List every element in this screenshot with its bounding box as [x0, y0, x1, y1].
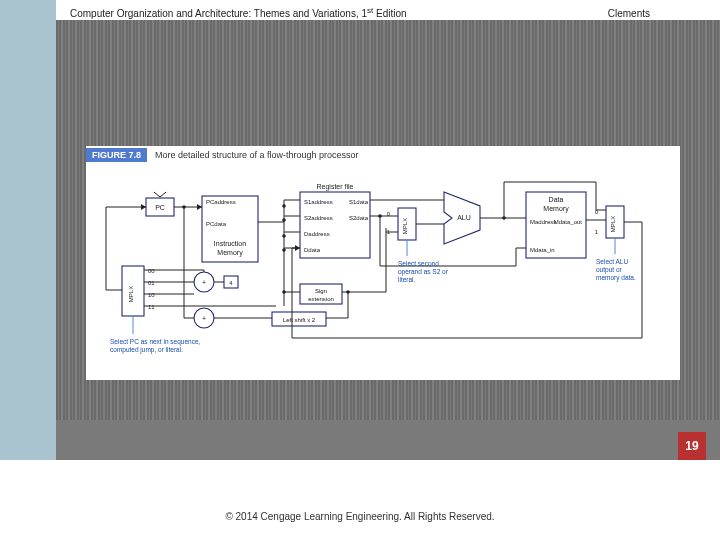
callout-left-2: computed jump, or literal.	[110, 346, 183, 354]
mplx-right-label: MPLX	[610, 216, 616, 232]
instr-mem-label-1: Instruction	[214, 240, 246, 247]
svg-point-5	[346, 290, 350, 294]
slide-number: 19	[685, 439, 698, 453]
dd-port: Ddata	[304, 247, 321, 253]
instr-mem-label-2: Memory	[217, 249, 243, 257]
s1d-port: S1data	[349, 199, 369, 205]
book-title: Computer Organization and Architecture: …	[70, 6, 407, 19]
reg-file-label: Register file	[317, 183, 354, 191]
pc-label: PC	[155, 204, 165, 211]
sign-ext-l1: Sign	[315, 288, 327, 294]
callout-right-1: Select ALU	[596, 258, 628, 265]
mplx-mid-label: MPLX	[402, 218, 408, 234]
pc-data-port: PCdata	[206, 221, 227, 227]
left-accent-band	[0, 0, 56, 540]
callout-mid-3: literal.	[398, 276, 416, 283]
footer-copyright: © 2014 Cengage Learning Engineering. All…	[0, 511, 720, 522]
slide-number-box: 19	[678, 432, 706, 460]
callout-left-1: Select PC as next in sequence,	[110, 338, 201, 346]
maddr-port: Maddress	[530, 219, 556, 225]
shift-label: Left shift x 2	[283, 317, 316, 323]
arrow-1	[197, 204, 202, 210]
pc-clock-icon	[154, 192, 166, 197]
callout-right-2: output or	[596, 266, 622, 274]
processor-diagram: PC Instruction Memory PCaddress PCdata M…	[86, 170, 680, 370]
mplx-left-11: 11	[148, 304, 155, 310]
mplx-left-00: 00	[148, 268, 155, 274]
callout-right-3: memory data.	[596, 274, 636, 282]
svg-point-3	[282, 248, 286, 252]
svg-point-0	[282, 204, 286, 208]
s2a-port: S2address	[304, 215, 333, 221]
mplx-right-1: 1	[595, 229, 599, 235]
mplx-left-10: 10	[148, 292, 155, 298]
adder-1-plus: +	[202, 279, 206, 286]
adder-2-plus: +	[202, 315, 206, 322]
author-name: Clements	[608, 8, 650, 19]
arrow-wb	[295, 245, 300, 251]
figure-header: FIGURE 7.8 More detailed structure of a …	[86, 148, 359, 162]
mdout-port: Mdata_out	[554, 219, 583, 225]
alu-label: ALU	[457, 214, 471, 221]
title-post: Edition	[373, 8, 406, 19]
s1a-port: S1address	[304, 199, 333, 205]
svg-point-2	[282, 234, 286, 238]
da-port: Daddress	[304, 231, 330, 237]
title-pre: Computer Organization and Architecture: …	[70, 8, 367, 19]
svg-point-1	[282, 218, 286, 222]
mplx-left-label: MPLX	[128, 286, 134, 302]
figure-number: FIGURE 7.8	[86, 148, 147, 162]
callout-mid-1: Select second	[398, 260, 439, 267]
mdin-port: Mdata_in	[530, 247, 555, 253]
arrow-2	[141, 204, 146, 210]
slide-header: Computer Organization and Architecture: …	[70, 6, 670, 22]
pc-addr-port: PCaddress	[206, 199, 236, 205]
figure-title: More detailed structure of a flow-throug…	[155, 150, 359, 160]
data-mem-l1: Data	[549, 196, 564, 203]
bottom-gray-strip	[56, 420, 720, 460]
sign-ext-l2: extension	[308, 296, 334, 302]
s2d-port: S2data	[349, 215, 369, 221]
bottom-white-band	[0, 460, 720, 540]
callout-mid-2: operand as S2 or	[398, 268, 449, 276]
mplx-left-01: 01	[148, 280, 155, 286]
data-mem-l2: Memory	[543, 205, 569, 213]
figure-panel: FIGURE 7.8 More detailed structure of a …	[86, 146, 680, 380]
